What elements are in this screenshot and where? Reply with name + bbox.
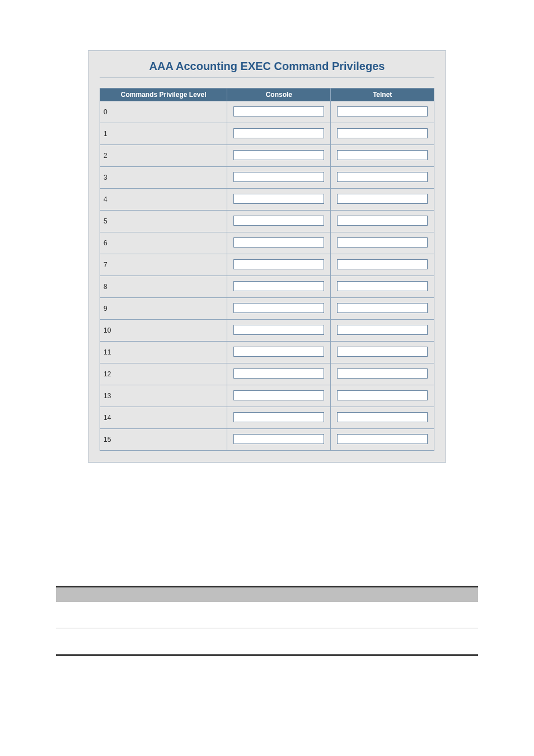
level-cell: 4	[100, 189, 227, 211]
table-row: 11	[100, 342, 434, 363]
level-cell: 1	[100, 123, 227, 145]
telnet-cell	[331, 254, 434, 276]
header-level: Commands Privilege Level	[100, 88, 227, 101]
level-cell: 11	[100, 342, 227, 363]
header-telnet: Telnet	[331, 88, 434, 101]
table-row: 12	[100, 363, 434, 385]
level-cell: 2	[100, 145, 227, 167]
level-cell: 3	[100, 167, 227, 189]
telnet-cell	[331, 123, 434, 145]
telnet-input[interactable]	[337, 303, 428, 313]
table-row: 15	[100, 429, 434, 451]
telnet-cell	[331, 211, 434, 232]
console-cell	[227, 145, 331, 167]
telnet-cell	[331, 276, 434, 298]
console-input[interactable]	[233, 150, 324, 160]
telnet-cell	[331, 232, 434, 254]
header-console: Console	[227, 88, 331, 101]
grey-band	[56, 587, 478, 602]
console-input[interactable]	[233, 281, 324, 291]
table-row: 0	[100, 101, 434, 123]
console-input[interactable]	[233, 216, 324, 226]
console-input[interactable]	[233, 128, 324, 138]
console-cell	[227, 363, 331, 385]
thin-rule	[56, 628, 478, 628]
table-row: 9	[100, 298, 434, 320]
telnet-cell	[331, 429, 434, 451]
telnet-input[interactable]	[337, 128, 428, 138]
console-cell	[227, 211, 331, 232]
console-input[interactable]	[233, 325, 324, 335]
privilege-table: Commands Privilege Level Console Telnet …	[100, 88, 434, 451]
telnet-input[interactable]	[337, 368, 428, 379]
console-input[interactable]	[233, 412, 324, 422]
level-cell: 9	[100, 298, 227, 320]
telnet-input[interactable]	[337, 259, 428, 269]
console-cell	[227, 167, 331, 189]
console-input[interactable]	[233, 434, 324, 444]
telnet-cell	[331, 298, 434, 320]
aaa-accounting-panel: AAA Accounting EXEC Command Privileges C…	[88, 50, 446, 463]
telnet-input[interactable]	[337, 347, 428, 357]
console-cell	[227, 342, 331, 363]
telnet-cell	[331, 363, 434, 385]
console-cell	[227, 254, 331, 276]
table-row: 8	[100, 276, 434, 298]
table-row: 5	[100, 211, 434, 232]
console-cell	[227, 298, 331, 320]
console-cell	[227, 385, 331, 407]
console-cell	[227, 232, 331, 254]
console-input[interactable]	[233, 303, 324, 313]
telnet-cell	[331, 167, 434, 189]
table-row: 1	[100, 123, 434, 145]
document-section	[0, 586, 534, 689]
telnet-input[interactable]	[337, 216, 428, 226]
level-cell: 10	[100, 320, 227, 342]
console-cell	[227, 189, 331, 211]
console-input[interactable]	[233, 172, 324, 182]
level-cell: 13	[100, 385, 227, 407]
table-row: 10	[100, 320, 434, 342]
telnet-input[interactable]	[337, 194, 428, 204]
level-cell: 8	[100, 276, 227, 298]
console-cell	[227, 101, 331, 123]
console-input[interactable]	[233, 106, 324, 116]
level-cell: 15	[100, 429, 227, 451]
telnet-input[interactable]	[337, 172, 428, 182]
console-input[interactable]	[233, 259, 324, 269]
console-cell	[227, 123, 331, 145]
telnet-input[interactable]	[337, 412, 428, 422]
telnet-cell	[331, 342, 434, 363]
console-input[interactable]	[233, 368, 324, 379]
telnet-cell	[331, 385, 434, 407]
telnet-input[interactable]	[337, 434, 428, 444]
table-row: 4	[100, 189, 434, 211]
console-cell	[227, 407, 331, 429]
telnet-cell	[331, 320, 434, 342]
level-cell: 7	[100, 254, 227, 276]
console-input[interactable]	[233, 347, 324, 357]
console-cell	[227, 429, 331, 451]
table-row: 6	[100, 232, 434, 254]
level-cell: 12	[100, 363, 227, 385]
console-cell	[227, 320, 331, 342]
telnet-input[interactable]	[337, 325, 428, 335]
console-cell	[227, 276, 331, 298]
level-cell: 5	[100, 211, 227, 232]
table-row: 7	[100, 254, 434, 276]
console-input[interactable]	[233, 237, 324, 248]
console-input[interactable]	[233, 390, 324, 400]
console-input[interactable]	[233, 194, 324, 204]
telnet-input[interactable]	[337, 237, 428, 248]
telnet-cell	[331, 189, 434, 211]
telnet-input[interactable]	[337, 150, 428, 160]
double-rule	[56, 654, 478, 656]
telnet-input[interactable]	[337, 281, 428, 291]
table-row: 3	[100, 167, 434, 189]
telnet-cell	[331, 145, 434, 167]
table-row: 13	[100, 385, 434, 407]
telnet-input[interactable]	[337, 390, 428, 400]
table-row: 14	[100, 407, 434, 429]
telnet-input[interactable]	[337, 106, 428, 116]
level-cell: 14	[100, 407, 227, 429]
